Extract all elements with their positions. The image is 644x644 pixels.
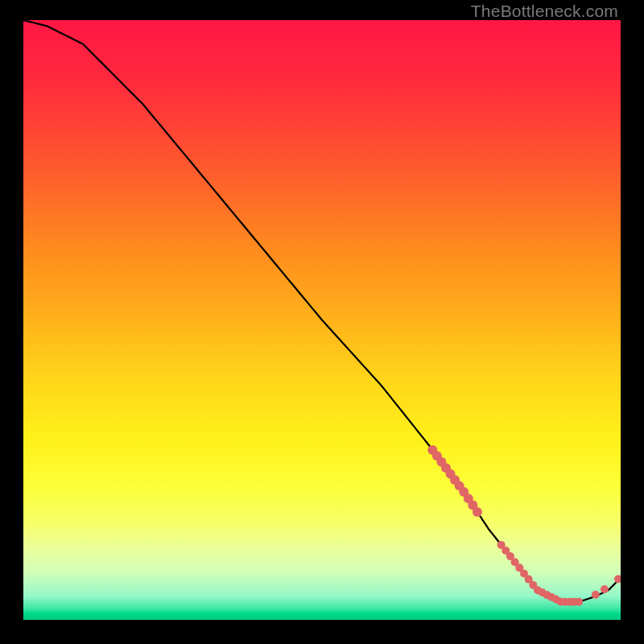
chart-frame: TheBottleneck.com xyxy=(0,0,644,644)
data-marker xyxy=(575,598,583,606)
data-marker xyxy=(592,591,600,599)
watermark-text: TheBottleneck.com xyxy=(471,2,618,20)
data-marker xyxy=(473,507,482,517)
curve-path xyxy=(23,20,621,602)
data-marker xyxy=(614,575,621,583)
gradient-plot-area xyxy=(23,20,621,620)
data-marker xyxy=(601,585,609,593)
bottleneck-curve xyxy=(23,20,621,620)
